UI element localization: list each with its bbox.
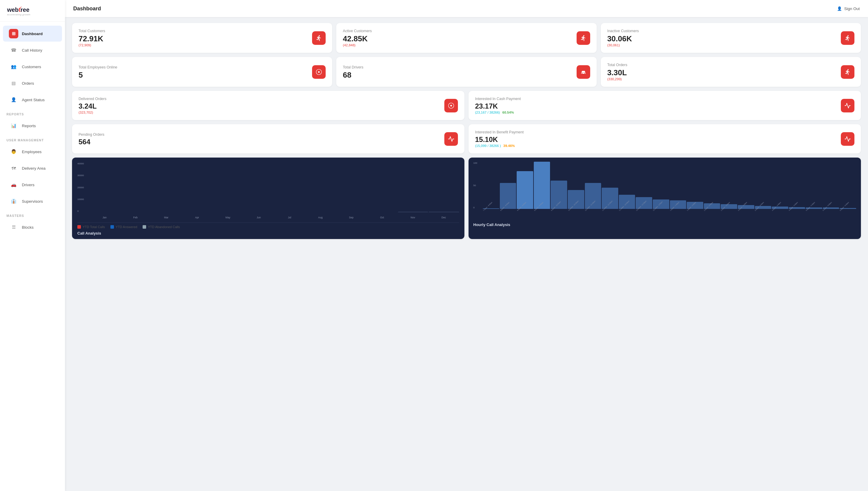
card-delivered-orders: Delivered Orders 3.24L (323,702) (72, 91, 465, 120)
x-label: Jul (274, 216, 305, 219)
bar-group (429, 211, 459, 212)
svg-point-1 (318, 71, 320, 73)
legend-label: YTD Total Calls (83, 225, 105, 229)
reports-icon: 📊 (9, 121, 18, 131)
card-label: Pending Orders (79, 133, 105, 137)
card-info: Interested In Benefit Payment 15.10K (15… (475, 130, 524, 148)
orders-icon: ▤ (9, 79, 18, 88)
x-label: Jan (89, 216, 120, 219)
stat-value: 42.85K (343, 35, 372, 42)
card-cash-payment: Interested In Cash Payment 23.17K (23,16… (469, 91, 861, 120)
card-sub: (23,167 / 38266) 60.54% (475, 111, 521, 114)
x-label: Nov (397, 216, 428, 219)
stat-info: Total Employees Online 5 (79, 65, 117, 79)
stat-value: 68 (343, 71, 363, 79)
card-percent: 60.54% (503, 111, 514, 114)
y-label: 40000 (77, 162, 88, 165)
main-content: Dashboard 👤 Sign Out Total Customers 72.… (65, 0, 868, 491)
legend-dot (143, 225, 146, 229)
stat-label: Total Employees Online (79, 65, 117, 69)
sidebar-item-supervisors[interactable]: 👔 Supervisors (3, 193, 62, 209)
stat-icon-box (577, 31, 590, 45)
sidebar-item-label: Blocks (22, 225, 34, 230)
chart-legend: YTD Total Calls YTD Answered YTD Abandon… (77, 225, 459, 229)
stat-icon-box (577, 65, 590, 79)
x-label: May (213, 216, 243, 219)
sidebar-item-employees[interactable]: 👨 Employees (3, 144, 62, 160)
bar-placeholder (398, 211, 428, 212)
stats-row-1: Total Customers 72.91K (72,909) Active C… (72, 23, 861, 53)
x-label: Apr (181, 216, 212, 219)
stat-value: 72.91K (79, 35, 105, 42)
bar-group (398, 211, 428, 212)
sidebar: webt✓ree accelerating growth ⊞ Dashboard… (0, 0, 65, 491)
employees-icon: 👨 (9, 147, 18, 156)
sidebar-item-label: Agent Status (22, 98, 45, 102)
stat-icon-box (444, 132, 458, 146)
y-axis: 0 10000 20000 30000 40000 (77, 162, 88, 212)
card-label: Interested In Benefit Payment (475, 130, 524, 134)
sidebar-item-drivers[interactable]: 🚗 Drivers (3, 177, 62, 193)
legend-label: YTD Abandoned Calls (148, 225, 180, 229)
sign-out-button[interactable]: 👤 Sign Out (837, 6, 860, 11)
sidebar-item-label: Orders (22, 81, 34, 86)
wide-row-1: Delivered Orders 3.24L (323,702) Interes… (72, 91, 861, 120)
legend-ytd-total: YTD Total Calls (77, 225, 105, 229)
card-sub: (323,702) (79, 111, 106, 114)
stat-icon-box (312, 31, 326, 45)
charts-row: 0 10000 20000 30000 40000 JanFebMarAprMa… (72, 157, 861, 239)
card-value: 15.10K (475, 136, 524, 143)
stat-label: Total Orders (607, 63, 627, 67)
sidebar-item-delivery-area[interactable]: 🗺 Delivery Area (3, 160, 62, 176)
card-value: 23.17K (475, 103, 521, 110)
sidebar-item-orders[interactable]: ▤ Orders (3, 75, 62, 91)
card-sub: (15,099 / 38266 ) 39.46% (475, 144, 524, 148)
stat-info: Inactive Customers 30.06K (30,061) (607, 29, 639, 47)
sidebar-nav: ⊞ Dashboard ☎ Call History 👥 Customers ▤… (0, 22, 65, 491)
stat-sub: (72,909) (79, 44, 105, 47)
agent-status-icon: 👤 (9, 95, 18, 105)
sidebar-item-blocks[interactable]: ☰ Blocks (3, 219, 62, 235)
sidebar-item-customers[interactable]: 👥 Customers (3, 59, 62, 75)
bars-area (89, 162, 459, 212)
legend-ytd-abandoned: YTD Abandoned Calls (143, 225, 180, 229)
sidebar-item-label: Delivery Area (22, 166, 46, 171)
sidebar-item-call-history[interactable]: ☎ Call History (3, 42, 62, 58)
stat-info: Total Orders 3.30L (330,299) (607, 63, 627, 81)
card-label: Delivered Orders (79, 97, 106, 101)
sidebar-item-dashboard[interactable]: ⊞ Dashboard (3, 26, 62, 41)
stat-card-active-customers: Active Customers 42.85K (42,848) (336, 23, 596, 53)
call-history-icon: ☎ (9, 46, 18, 55)
stats-row-2: Total Employees Online 5 Total Drivers 6… (72, 57, 861, 87)
card-percent: 39.46% (503, 144, 515, 148)
stat-icon-box (841, 99, 855, 112)
sidebar-item-agent-status[interactable]: 👤 Agent Status (3, 92, 62, 108)
x-label: Jun (243, 216, 274, 219)
stat-info: Active Customers 42.85K (42,848) (343, 29, 372, 47)
x-label: Dec (428, 216, 459, 219)
hourly-y-axis: 0 50 100 (473, 162, 481, 209)
card-value: 3.24L (79, 103, 106, 110)
legend-ytd-answered: YTD Answered (110, 225, 137, 229)
stat-value: 5 (79, 71, 117, 79)
stat-info: Total Customers 72.91K (72,909) (79, 29, 105, 47)
svg-point-3 (450, 105, 452, 107)
sidebar-item-reports[interactable]: 📊 Reports (3, 118, 62, 134)
blocks-icon: ☰ (9, 223, 18, 232)
hourly-chart-title: Hourly Call Analysis (473, 223, 856, 227)
stat-label: Total Drivers (343, 65, 363, 69)
x-label: Mar (151, 216, 181, 219)
drivers-icon: 🚗 (9, 180, 18, 190)
stat-label: Total Customers (79, 29, 105, 33)
logo-text: webt✓ree (7, 6, 58, 13)
y-label: 50 (473, 184, 481, 187)
stat-card-inactive-customers: Inactive Customers 30.06K (30,061) (601, 23, 861, 53)
card-label: Interested In Cash Payment (475, 97, 521, 101)
section-user-management-label: USER MANAGEMENT (0, 134, 65, 143)
card-value: 564 (79, 138, 105, 145)
card-info: Pending Orders 564 (79, 133, 105, 145)
stat-card-total-customers: Total Customers 72.91K (72,909) (72, 23, 332, 53)
stat-icon-box (312, 65, 326, 79)
card-detail: (15,099 / 38266 ) (475, 144, 501, 148)
section-reports-label: REPORTS (0, 108, 65, 117)
